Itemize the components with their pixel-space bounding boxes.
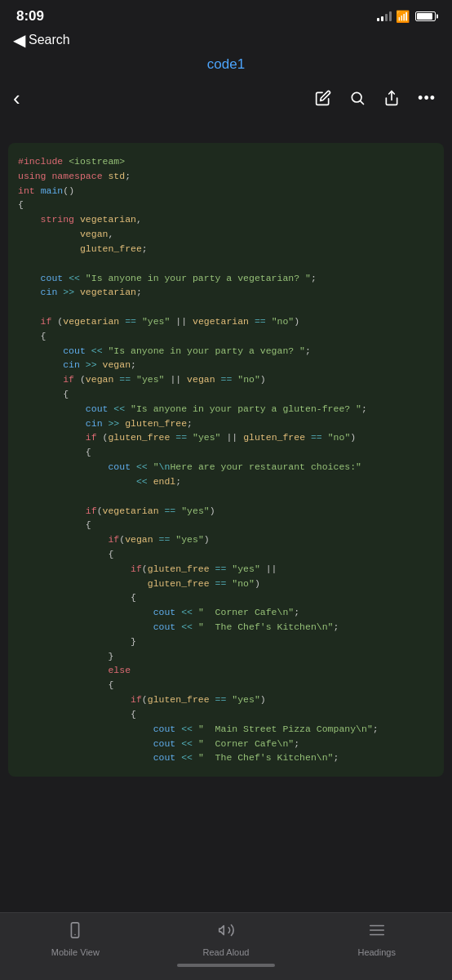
- code-line-28: {: [18, 547, 434, 562]
- bottom-bar: Mobile View Read Aloud Headi: [0, 912, 452, 980]
- code-line-30: gluten_free == "no"): [18, 577, 434, 591]
- bottom-spacer: [0, 777, 452, 875]
- svg-line-1: [361, 101, 364, 105]
- code-line-16: if (vegan == "yes" || vegan == "no"): [18, 372, 434, 387]
- code-line-40: cout << " Main Street Pizza Company\n";: [18, 722, 434, 737]
- code-line-12: if (vegetarian == "yes" || vegetarian ==…: [18, 314, 434, 329]
- bottom-bar-items: Mobile View Read Aloud Headi: [0, 921, 452, 957]
- code-line-26: {: [18, 518, 434, 532]
- code-line-15: cin >> vegan;: [18, 358, 434, 372]
- code-line-36: else: [18, 663, 434, 678]
- code-line-27: if(vegan == "yes"): [18, 532, 434, 547]
- code-line-19: cin >> gluten_free;: [18, 416, 434, 431]
- code-line-22: cout << "\nHere are your restaurant choi…: [18, 460, 434, 474]
- svg-point-0: [352, 92, 361, 102]
- headings-label: Headings: [357, 947, 395, 957]
- more-button[interactable]: •••: [418, 90, 436, 107]
- page-title: code1: [207, 56, 245, 73]
- code-line-35: }: [18, 649, 434, 664]
- code-line-29: if(gluten_free == "yes" ||: [18, 562, 434, 577]
- code-line-20: if (gluten_free == "yes" || gluten_free …: [18, 430, 434, 445]
- code-line-17: {: [18, 387, 434, 402]
- code-line-1: #include <iostream>: [18, 154, 434, 169]
- code-line-32: cout << " Corner Cafe\n";: [18, 605, 434, 620]
- battery-icon: [415, 11, 436, 21]
- headings-icon: [368, 921, 386, 944]
- code-line-10: cin >> vegetarian;: [18, 285, 434, 300]
- code-line-25: if(vegetarian == "yes"): [18, 504, 434, 519]
- code-line-41: cout << " Corner Cafe\n";: [18, 737, 434, 751]
- search-button[interactable]: [349, 90, 366, 106]
- code-line-34: }: [18, 635, 434, 649]
- back-label: Search: [29, 33, 70, 47]
- read-aloud-label: Read Aloud: [203, 947, 250, 957]
- back-chevron-icon: ◀: [13, 30, 25, 50]
- code-line-8: [18, 256, 434, 271]
- code-line-13: {: [18, 329, 434, 344]
- code-line-11: [18, 300, 434, 314]
- signal-icon: [377, 11, 392, 21]
- share-button[interactable]: [383, 90, 400, 106]
- code-block: #include <iostream> using namespace std;…: [8, 143, 444, 777]
- status-bar: 8:09 📶: [0, 0, 452, 29]
- code-line-21: {: [18, 445, 434, 460]
- code-line-4: {: [18, 198, 434, 212]
- code-line-24: [18, 489, 434, 504]
- status-time: 8:09: [16, 8, 44, 24]
- code-line-33: cout << " The Chef's Kitchen\n";: [18, 620, 434, 635]
- code-line-5: string vegetarian,: [18, 212, 434, 227]
- code-line-6: vegan,: [18, 227, 434, 242]
- code-line-18: cout << "Is anyone in your party a glute…: [18, 402, 434, 416]
- mobile-view-button[interactable]: Mobile View: [0, 921, 151, 957]
- code-line-42: cout << " The Chef's Kitchen\n";: [18, 751, 434, 765]
- status-icons: 📶: [377, 10, 436, 23]
- code-line-31: {: [18, 590, 434, 605]
- read-aloud-button[interactable]: Read Aloud: [151, 921, 302, 957]
- code-line-37: {: [18, 678, 434, 693]
- code-line-7: gluten_free;: [18, 242, 434, 256]
- code-line-9: cout << "Is anyone in your party a veget…: [18, 271, 434, 286]
- back-left-chevron-icon: ‹: [13, 86, 20, 110]
- home-indicator: [177, 964, 275, 967]
- toolbar: ‹ •••: [0, 81, 452, 118]
- back-button[interactable]: ◀ Search: [13, 30, 70, 50]
- code-line-14: cout << "Is anyone in your party a vegan…: [18, 344, 434, 359]
- code-line-39: {: [18, 707, 434, 722]
- title-bar: code1: [0, 56, 452, 81]
- wifi-icon: 📶: [396, 10, 410, 23]
- top-spacer: [0, 118, 452, 143]
- mobile-view-icon: [66, 921, 84, 944]
- code-line-2: using namespace std;: [18, 169, 434, 184]
- read-aloud-icon: [217, 921, 235, 944]
- nav-bar: ◀ Search: [0, 29, 452, 56]
- toolbar-right-actions: •••: [315, 90, 436, 107]
- mobile-view-label: Mobile View: [51, 947, 100, 957]
- code-line-38: if(gluten_free == "yes"): [18, 693, 434, 707]
- code-line-23: << endl;: [18, 474, 434, 489]
- code-line-3: int main(): [18, 184, 434, 198]
- toolbar-back-button[interactable]: ‹: [13, 87, 20, 109]
- svg-rect-3: [72, 923, 79, 938]
- headings-button[interactable]: Headings: [301, 921, 452, 957]
- edit-button[interactable]: [315, 90, 331, 106]
